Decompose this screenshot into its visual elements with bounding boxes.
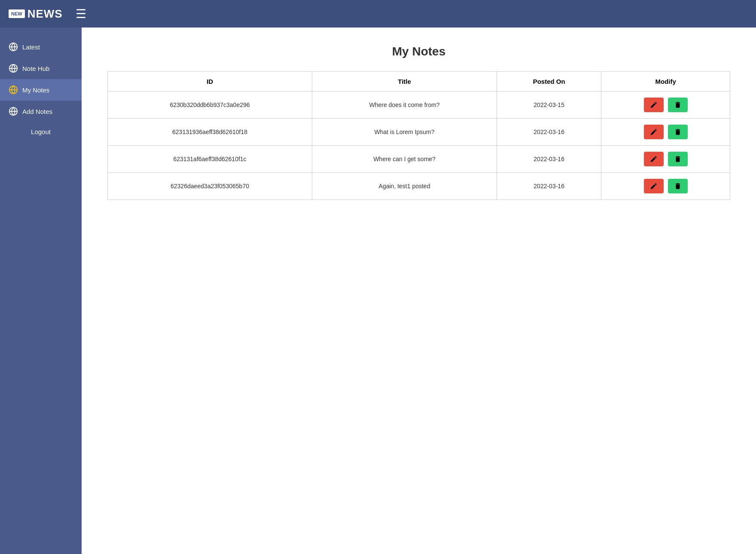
trash-icon [674, 155, 682, 163]
col-header-title: Title [312, 72, 497, 92]
sidebar-item-mynotes[interactable]: My Notes [0, 79, 82, 101]
sidebar-item-latest[interactable]: Latest [0, 36, 82, 58]
pencil-icon [650, 182, 658, 190]
table-row: 62326daeed3a23f053065b70Again, test1 pos… [108, 173, 730, 200]
globe-icon-addnotes [9, 107, 18, 116]
delete-button[interactable] [668, 98, 688, 112]
globe-icon-latest [9, 42, 18, 52]
edit-button[interactable] [644, 179, 664, 193]
cell-modify [601, 173, 730, 200]
cell-title: Where does it come from? [312, 92, 497, 119]
notes-table: ID Title Posted On Modify 6230b320ddb6b9… [107, 71, 730, 200]
edit-button[interactable] [644, 98, 664, 112]
sidebar-logout[interactable]: Logout [0, 122, 82, 141]
cell-title: Where can I get some? [312, 146, 497, 173]
navbar: NEW NEWS ☰ [0, 0, 756, 28]
table-header-row: ID Title Posted On Modify [108, 72, 730, 92]
modify-actions [610, 125, 721, 139]
cell-id: 623131af6aeff38d62610f1c [108, 146, 312, 173]
edit-button[interactable] [644, 125, 664, 139]
cell-id: 62326daeed3a23f053065b70 [108, 173, 312, 200]
col-header-posted-on: Posted On [497, 72, 601, 92]
pencil-icon [650, 101, 658, 109]
cell-id: 623131936aeff38d62610f18 [108, 119, 312, 146]
cell-modify [601, 119, 730, 146]
cell-posted-on: 2022-03-16 [497, 173, 601, 200]
sidebar-label-notehub: Note Hub [22, 65, 49, 72]
cell-modify [601, 146, 730, 173]
pencil-icon [650, 128, 658, 136]
main-content: My Notes ID Title Posted On Modify 6230b… [82, 28, 756, 554]
delete-button[interactable] [668, 179, 688, 193]
sidebar-item-addnotes[interactable]: Add Notes [0, 101, 82, 122]
modify-actions [610, 152, 721, 166]
delete-button[interactable] [668, 152, 688, 166]
trash-icon [674, 101, 682, 109]
pencil-icon [650, 155, 658, 163]
hamburger-icon[interactable]: ☰ [76, 7, 86, 21]
trash-icon [674, 128, 682, 136]
cell-title: Again, test1 posted [312, 173, 497, 200]
modify-actions [610, 179, 721, 193]
col-header-id: ID [108, 72, 312, 92]
trash-icon [674, 182, 682, 190]
logo-news-text: NEWS [27, 7, 63, 21]
cell-posted-on: 2022-03-15 [497, 92, 601, 119]
col-header-modify: Modify [601, 72, 730, 92]
logo: NEW NEWS [9, 7, 63, 21]
globe-icon-notehub [9, 64, 18, 73]
sidebar: Latest Note Hub My Notes Add Notes Logou… [0, 28, 82, 554]
sidebar-label-latest: Latest [22, 43, 40, 51]
table-row: 623131936aeff38d62610f18What is Lorem Ip… [108, 119, 730, 146]
cell-modify [601, 92, 730, 119]
cell-title: What is Lorem Ipsum? [312, 119, 497, 146]
sidebar-item-notehub[interactable]: Note Hub [0, 58, 82, 79]
cell-posted-on: 2022-03-16 [497, 146, 601, 173]
logo-new-badge: NEW [9, 9, 25, 18]
delete-button[interactable] [668, 125, 688, 139]
cell-id: 6230b320ddb6b937c3a0e296 [108, 92, 312, 119]
page-title: My Notes [107, 45, 730, 58]
cell-posted-on: 2022-03-16 [497, 119, 601, 146]
edit-button[interactable] [644, 152, 664, 166]
table-row: 623131af6aeff38d62610f1cWhere can I get … [108, 146, 730, 173]
modify-actions [610, 98, 721, 112]
globe-icon-mynotes [9, 85, 18, 95]
sidebar-label-mynotes: My Notes [22, 86, 49, 94]
sidebar-label-addnotes: Add Notes [22, 108, 52, 115]
layout: Latest Note Hub My Notes Add Notes Logou… [0, 28, 756, 554]
table-row: 6230b320ddb6b937c3a0e296Where does it co… [108, 92, 730, 119]
